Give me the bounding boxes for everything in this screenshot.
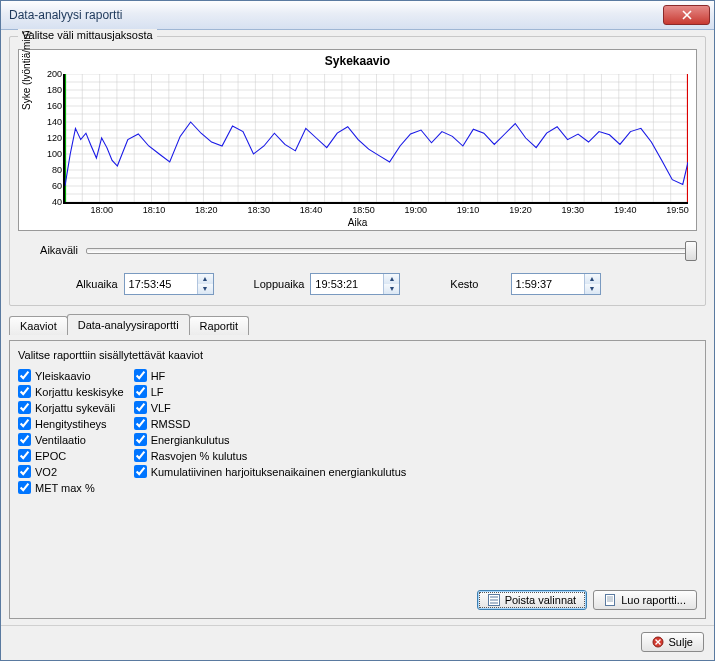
checkbox-input[interactable] xyxy=(18,481,31,494)
checkbox-input[interactable] xyxy=(18,401,31,414)
checkbox-input[interactable] xyxy=(18,417,31,430)
close-button[interactable] xyxy=(663,5,710,25)
checkbox-input[interactable] xyxy=(18,433,31,446)
chart-svg xyxy=(65,74,688,202)
start-time-label: Alkuaika xyxy=(76,278,118,290)
checkbox-input[interactable] xyxy=(18,385,31,398)
chart-y-tick: 120 xyxy=(47,133,62,143)
checkbox-label: Korjattu sykeväli xyxy=(35,402,115,414)
checkbox-yleiskaavio[interactable]: Yleiskaavio xyxy=(18,369,124,382)
end-time-down[interactable]: ▼ xyxy=(384,284,399,294)
checkbox-energiankulutus[interactable]: Energiankulutus xyxy=(134,433,407,446)
chart-x-tick: 18:40 xyxy=(300,205,323,215)
tab-raportit[interactable]: Raportit xyxy=(189,316,250,335)
checkbox-label: VLF xyxy=(151,402,171,414)
chart-x-tick: 18:50 xyxy=(352,205,375,215)
chart-x-tick: 18:00 xyxy=(90,205,113,215)
checkbox-rmssd[interactable]: RMSSD xyxy=(134,417,407,430)
checkbox-input[interactable] xyxy=(134,401,147,414)
checkbox-hf[interactable]: HF xyxy=(134,369,407,382)
chart-title: Sykekaavio xyxy=(19,50,696,72)
measurement-range-group: Valitse väli mittausjaksosta Sykekaavio … xyxy=(9,36,706,306)
checkbox-korjattu-sykev-li[interactable]: Korjattu sykeväli xyxy=(18,401,124,414)
titlebar: Data-analyysi raportti xyxy=(1,1,714,30)
chart-x-tick: 18:20 xyxy=(195,205,218,215)
create-report-label: Luo raportti... xyxy=(621,594,686,606)
checkbox-input[interactable] xyxy=(134,449,147,462)
slider-track xyxy=(86,248,697,254)
chart-x-axis-label: Aika xyxy=(19,217,696,228)
start-time-spinner[interactable]: ▲▼ xyxy=(124,273,214,295)
checkbox-kumulatiivinen-harjoituksenaikainen-energiankulutus[interactable]: Kumulatiivinen harjoituksenaikainen ener… xyxy=(134,465,407,478)
end-time-label: Loppuaika xyxy=(254,278,305,290)
checkbox-ventilaatio[interactable]: Ventilaatio xyxy=(18,433,124,446)
checkbox-vlf[interactable]: VLF xyxy=(134,401,407,414)
start-time-input[interactable] xyxy=(125,275,197,293)
chart-y-tick: 140 xyxy=(47,117,62,127)
checkbox-korjattu-keskisyke[interactable]: Korjattu keskisyke xyxy=(18,385,124,398)
clear-selections-button[interactable]: Poista valinnat xyxy=(477,590,588,610)
checkbox-lf[interactable]: LF xyxy=(134,385,407,398)
checkbox-met-max-[interactable]: MET max % xyxy=(18,481,124,494)
dialog-body: Valitse väli mittausjaksosta Sykekaavio … xyxy=(1,30,714,625)
checkbox-input[interactable] xyxy=(134,385,147,398)
chart-y-axis-label: Syke (lyöntiä/min) xyxy=(21,31,32,110)
duration-up[interactable]: ▲ xyxy=(585,274,600,284)
time-range-label: Aikaväli xyxy=(18,244,78,256)
checkbox-columns: YleiskaavioKorjattu keskisykeKorjattu sy… xyxy=(18,369,697,494)
chart-x-tick: 19:40 xyxy=(614,205,637,215)
slider-thumb[interactable] xyxy=(685,241,697,261)
chart-x-tick: 19:30 xyxy=(562,205,585,215)
end-time-spinner[interactable]: ▲▼ xyxy=(310,273,400,295)
checkbox-label: Energiankulutus xyxy=(151,434,230,446)
checkbox-epoc[interactable]: EPOC xyxy=(18,449,124,462)
report-group-label: Valitse raporttiin sisällytettävät kaavi… xyxy=(18,349,697,361)
start-time-up[interactable]: ▲ xyxy=(198,274,213,284)
checkbox-label: Hengitystiheys xyxy=(35,418,107,430)
tab-data-analyysiraportti[interactable]: Data-analyysiraportti xyxy=(67,314,190,335)
close-dialog-button[interactable]: Sulje xyxy=(641,632,704,652)
chart-y-tick: 60 xyxy=(52,181,62,191)
close-icon xyxy=(682,10,692,20)
checkbox-column: YleiskaavioKorjattu keskisykeKorjattu sy… xyxy=(18,369,124,494)
checkbox-input[interactable] xyxy=(134,369,147,382)
chart-y-tick: 200 xyxy=(47,69,62,79)
checkbox-label: Kumulatiivinen harjoituksenaikainen ener… xyxy=(151,466,407,478)
cancel-icon xyxy=(652,636,664,648)
list-icon xyxy=(488,594,500,606)
dialog-footer: Sulje xyxy=(1,625,714,660)
time-range-slider[interactable] xyxy=(86,241,697,259)
duration-down[interactable]: ▼ xyxy=(585,284,600,294)
checkbox-hengitystiheys[interactable]: Hengitystiheys xyxy=(18,417,124,430)
checkbox-input[interactable] xyxy=(134,433,147,446)
duration-spinner[interactable]: ▲▼ xyxy=(511,273,601,295)
chart-container: Sykekaavio Syke (lyöntiä/min) Aika 40608… xyxy=(18,49,697,231)
end-time-input[interactable] xyxy=(311,275,383,293)
checkbox-column: HFLFVLFRMSSDEnergiankulutusRasvojen % ku… xyxy=(134,369,407,494)
checkbox-label: EPOC xyxy=(35,450,66,462)
chart-plot-area: 40608010012014016018020018:0018:1018:201… xyxy=(63,74,688,204)
checkbox-label: Korjattu keskisyke xyxy=(35,386,124,398)
close-dialog-label: Sulje xyxy=(669,636,693,648)
checkbox-rasvojen-kulutus[interactable]: Rasvojen % kulutus xyxy=(134,449,407,462)
checkbox-label: LF xyxy=(151,386,164,398)
start-time-down[interactable]: ▼ xyxy=(198,284,213,294)
checkbox-label: Yleiskaavio xyxy=(35,370,91,382)
end-time-up[interactable]: ▲ xyxy=(384,274,399,284)
checkbox-vo2[interactable]: VO2 xyxy=(18,465,124,478)
checkbox-input[interactable] xyxy=(18,465,31,478)
chart-x-tick: 19:20 xyxy=(509,205,532,215)
checkbox-input[interactable] xyxy=(18,369,31,382)
checkbox-input[interactable] xyxy=(18,449,31,462)
chart-y-tick: 80 xyxy=(52,165,62,175)
checkbox-input[interactable] xyxy=(134,465,147,478)
chart-x-tick: 19:10 xyxy=(457,205,480,215)
create-report-button[interactable]: Luo raportti... xyxy=(593,590,697,610)
window: Data-analyysi raportti Valitse väli mitt… xyxy=(0,0,715,661)
chart-x-tick: 18:30 xyxy=(247,205,270,215)
checkbox-label: MET max % xyxy=(35,482,95,494)
panel-button-row: Poista valinnat Luo raportti... xyxy=(18,580,697,610)
duration-input[interactable] xyxy=(512,275,584,293)
checkbox-input[interactable] xyxy=(134,417,147,430)
tab-kaaviot[interactable]: Kaaviot xyxy=(9,316,68,335)
